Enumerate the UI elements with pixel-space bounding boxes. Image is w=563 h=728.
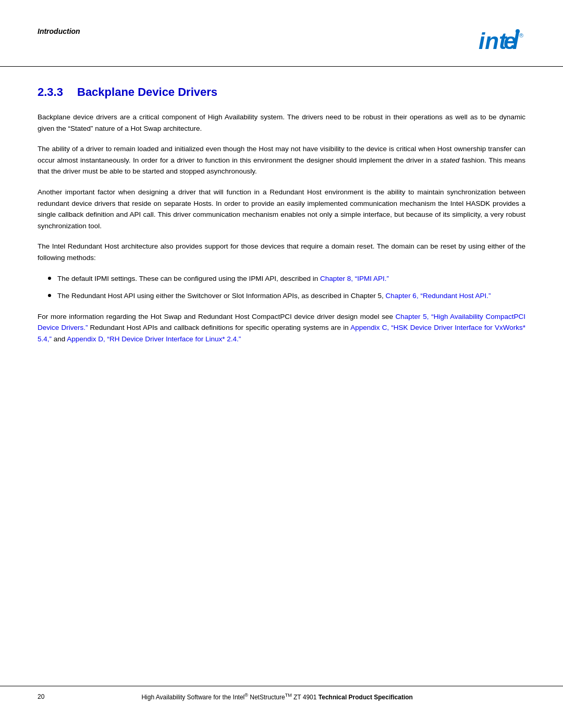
link-chapter8[interactable]: Chapter 8, “IPMI API.” [320, 275, 389, 282]
footer-title-sup1: ® [244, 693, 248, 698]
section-heading: 2.3.3 Backplane Device Drivers [38, 85, 525, 99]
footer-title-bold: Technical Product Specification [319, 694, 413, 701]
footer-doc-title: High Availability Software for the Intel… [141, 693, 413, 701]
paragraph-4: The Intel Redundant Host architecture al… [38, 241, 525, 263]
footer-page-number: 20 [38, 693, 44, 700]
section-number: 2.3.3 [38, 85, 69, 99]
bullet-list: The default IPMI settings. These can be … [38, 273, 525, 302]
page-content: 2.3.3 Backplane Device Drivers Backplane… [0, 85, 563, 345]
link-appendix-d[interactable]: Appendix D, “RH Device Driver Interface … [67, 335, 241, 343]
page-container: Introduction int e l ® 2.3.3 Backplane D… [0, 0, 563, 728]
bullet-text-2: The Redundant Host API using either the … [57, 290, 525, 302]
page-header: Introduction int e l ® [0, 0, 563, 67]
bullet-item-1: The default IPMI settings. These can be … [38, 273, 525, 285]
link-chapter6[interactable]: Chapter 6, “Redundant Host API.” [386, 292, 491, 300]
header-section-title: Introduction [38, 27, 80, 35]
footer-title-pre: High Availability Software for the Intel [141, 694, 244, 701]
bullet-dot-1 [48, 277, 51, 280]
section-title: Backplane Device Drivers [77, 85, 217, 99]
footer-title-post: ZT 4901 [292, 694, 319, 701]
footer-title-sup2: TM [285, 693, 292, 698]
bullet-text-1: The default IPMI settings. These can be … [57, 273, 525, 285]
stated-italic: stated [440, 156, 459, 164]
paragraph-2: The ability of a driver to remain loaded… [38, 143, 525, 177]
final-paragraph: For more information regarding the Hot S… [38, 311, 525, 345]
page-footer: 20 High Availability Software for the In… [0, 686, 563, 707]
bullet-dot-2 [48, 294, 51, 297]
bullet-item-2: The Redundant Host API using either the … [38, 290, 525, 302]
intel-logo: int e l ® [479, 27, 525, 56]
intel-logo-svg: int e l ® [479, 27, 525, 56]
paragraph-1: Backplane device drivers are a critical … [38, 112, 525, 134]
paragraph-3: Another important factor when designing … [38, 187, 525, 231]
footer-title-mid: NetStructure [248, 694, 285, 701]
svg-text:®: ® [519, 32, 523, 39]
